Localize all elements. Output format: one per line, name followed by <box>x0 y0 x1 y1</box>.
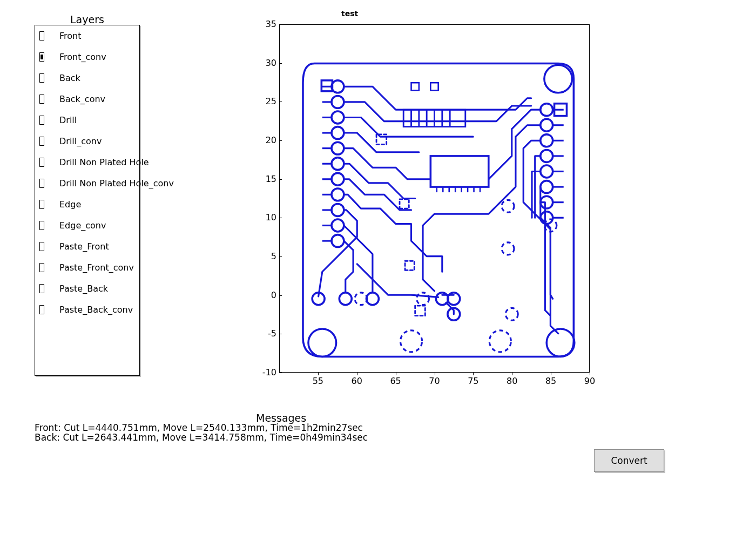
layer-label-13: Paste_Back_conv <box>59 305 133 315</box>
svg-point-12 <box>332 142 344 154</box>
layer-label-10: Paste_Front <box>59 241 109 252</box>
layer-label-8: Edge <box>59 199 81 210</box>
layer-label-11: Paste_Front_conv <box>59 262 134 273</box>
layer-label-7: Drill Non Plated Hole_conv <box>59 178 174 188</box>
layer-row-2[interactable]: Back <box>35 68 139 89</box>
layer-checkbox-1[interactable] <box>39 52 44 62</box>
svg-point-65 <box>502 242 514 255</box>
svg-point-70 <box>489 330 511 352</box>
y-tick-label: 30 <box>258 58 276 68</box>
x-tick-label: 80 <box>504 376 520 386</box>
y-tick-label: -10 <box>258 367 276 377</box>
layer-checkbox-7[interactable] <box>39 179 44 188</box>
layer-row-0[interactable]: Front <box>35 25 139 46</box>
layer-row-13[interactable]: Paste_Back_conv <box>35 299 139 320</box>
y-tick-label: 10 <box>258 212 276 222</box>
layer-row-1[interactable]: Front_conv <box>35 46 139 68</box>
svg-point-34 <box>541 165 553 178</box>
layer-checkbox-8[interactable] <box>39 200 44 209</box>
svg-point-26 <box>541 104 553 116</box>
svg-rect-43 <box>430 156 488 187</box>
svg-point-73 <box>366 293 379 305</box>
svg-point-63 <box>355 293 367 305</box>
svg-point-36 <box>541 181 553 193</box>
svg-point-22 <box>332 219 344 232</box>
pcb-svg <box>280 25 589 372</box>
layer-label-0: Front <box>59 31 81 41</box>
layer-row-10[interactable]: Paste_Front <box>35 236 139 257</box>
layer-checkbox-2[interactable] <box>39 73 44 83</box>
layer-row-5[interactable]: Drill_conv <box>35 131 139 152</box>
svg-point-8 <box>332 111 344 124</box>
svg-point-30 <box>541 134 553 147</box>
svg-point-1 <box>546 329 575 356</box>
layer-row-9[interactable]: Edge_conv <box>35 215 139 236</box>
svg-point-24 <box>332 235 344 247</box>
y-tick-label: 25 <box>258 96 276 106</box>
svg-point-4 <box>332 80 344 93</box>
layer-row-4[interactable]: Drill <box>35 110 139 131</box>
svg-point-64 <box>417 293 429 305</box>
message-line-1: Back: Cut L=2643.441mm, Move L=3414.758m… <box>35 432 368 443</box>
layer-label-12: Paste_Back <box>59 284 108 294</box>
svg-point-16 <box>332 173 344 185</box>
layer-checkbox-0[interactable] <box>39 31 44 40</box>
x-tick-label: 75 <box>465 376 481 386</box>
layer-label-1: Front_conv <box>59 52 106 62</box>
layer-label-4: Drill <box>59 115 77 125</box>
layer-checkbox-9[interactable] <box>39 221 44 230</box>
svg-point-14 <box>332 158 344 170</box>
svg-point-32 <box>541 150 553 162</box>
layer-row-12[interactable]: Paste_Back <box>35 278 139 299</box>
plot-title: test <box>341 9 358 18</box>
layer-row-6[interactable]: Drill Non Plated Hole <box>35 152 139 173</box>
svg-rect-60 <box>400 199 409 208</box>
layer-label-2: Back <box>59 73 80 83</box>
svg-point-18 <box>332 188 344 201</box>
svg-point-2 <box>544 65 572 92</box>
layer-label-6: Drill Non Plated Hole <box>59 157 149 167</box>
layer-row-3[interactable]: Back_conv <box>35 89 139 110</box>
svg-point-0 <box>308 329 336 356</box>
y-tick-label: -5 <box>258 328 276 339</box>
y-tick-label: 0 <box>258 290 276 300</box>
message-line-0: Front: Cut L=4440.751mm, Move L=2540.133… <box>35 422 363 433</box>
svg-point-66 <box>502 200 514 212</box>
convert-button[interactable]: Convert <box>594 449 664 472</box>
layer-label-9: Edge_conv <box>59 220 106 231</box>
x-tick-label: 90 <box>582 376 598 386</box>
layers-panel: FrontFront_convBackBack_convDrillDrill_c… <box>35 25 140 376</box>
x-tick-label: 60 <box>349 376 365 386</box>
layer-row-11[interactable]: Paste_Front_conv <box>35 257 139 278</box>
svg-point-72 <box>339 293 352 305</box>
svg-point-20 <box>332 204 344 217</box>
layer-checkbox-12[interactable] <box>39 284 44 293</box>
layer-checkbox-6[interactable] <box>39 158 44 167</box>
svg-point-68 <box>505 308 518 320</box>
y-tick-label: 20 <box>258 135 276 145</box>
svg-rect-61 <box>405 261 414 270</box>
layer-row-8[interactable]: Edge <box>35 194 139 215</box>
svg-point-28 <box>541 119 553 131</box>
y-tick-label: 35 <box>258 19 276 29</box>
layer-checkbox-4[interactable] <box>39 116 44 125</box>
layer-label-3: Back_conv <box>59 94 105 104</box>
layers-title: Layers <box>70 14 103 25</box>
layer-checkbox-13[interactable] <box>39 305 44 314</box>
x-tick-label: 65 <box>388 376 404 386</box>
layer-checkbox-3[interactable] <box>39 94 44 104</box>
x-tick-label: 70 <box>427 376 443 386</box>
layer-checkbox-11[interactable] <box>39 263 44 272</box>
layer-row-7[interactable]: Drill Non Plated Hole_conv <box>35 173 139 194</box>
y-tick-label: 15 <box>258 174 276 184</box>
y-tick-label: 5 <box>258 251 276 261</box>
plot-area <box>279 24 590 373</box>
svg-point-6 <box>332 96 344 108</box>
x-tick-label: 85 <box>543 376 559 386</box>
svg-point-10 <box>332 127 344 139</box>
layer-checkbox-5[interactable] <box>39 137 44 146</box>
x-tick-label: 55 <box>310 376 326 386</box>
svg-point-69 <box>400 330 422 352</box>
layer-label-5: Drill_conv <box>59 136 102 146</box>
layer-checkbox-10[interactable] <box>39 242 44 251</box>
